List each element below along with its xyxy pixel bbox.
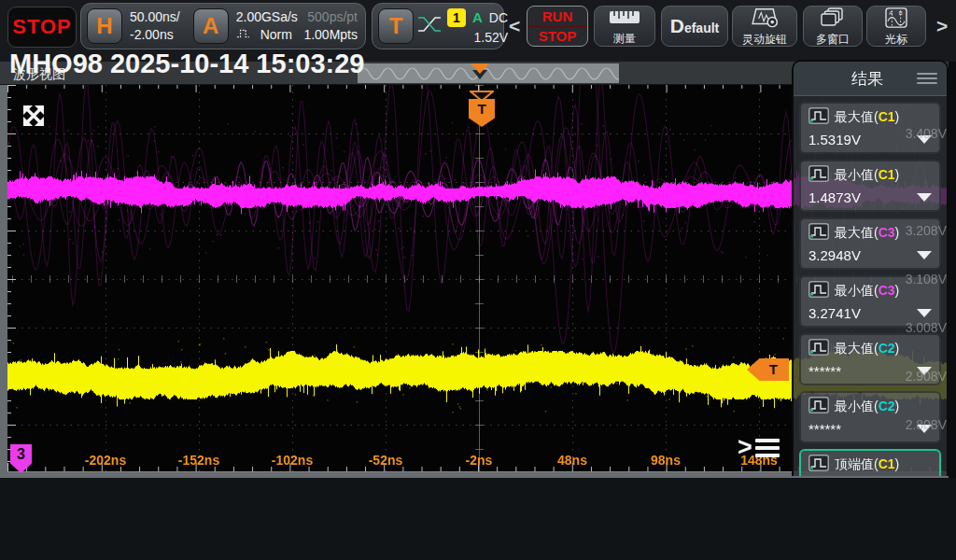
measurement-icon (808, 165, 829, 186)
results-header: 结果 (794, 62, 947, 96)
knob-icon (749, 7, 780, 32)
measurement-value: 3.2741V (808, 305, 861, 321)
pulse-icon (236, 27, 257, 43)
sample-interval: 500ps/pt (307, 9, 358, 25)
results-collapse-icon[interactable]: > (738, 435, 780, 460)
results-panel: 结果 最大值(C1) 1.5319V (792, 60, 949, 476)
trigger-source-letter: A (472, 9, 483, 25)
toolbar-scroll-right-icon[interactable]: > (936, 15, 948, 37)
time-axis-label: -202ns (85, 453, 126, 468)
measure-button[interactable]: 测量 (594, 6, 655, 47)
measurement-value: ****** (808, 363, 841, 379)
overview-wave-pattern (358, 63, 619, 83)
sample-rate: 2.00GSa/s (236, 9, 298, 25)
multi-window-button[interactable]: 多窗口 (803, 6, 863, 47)
run-label: RUN (527, 7, 587, 27)
stop-label: STOP (527, 27, 587, 47)
dropdown-arrow-icon[interactable] (917, 193, 932, 202)
memory-depth: 1.00Mpts (303, 27, 358, 43)
voltage-scale-label: 3.108V (887, 272, 947, 287)
screenshot-title: MHO98 2025-10-14 15:03:29 (9, 49, 364, 79)
timebase-offset: -2.00ns (130, 27, 180, 43)
timebase-overview-bar[interactable] (358, 63, 619, 83)
time-axis-label: -52ns (369, 453, 403, 468)
trigger-slope-icon (417, 14, 442, 38)
ruler-icon (609, 8, 640, 31)
trigger-source-badge[interactable]: 1 (447, 8, 466, 27)
horizontal-acquire-panel[interactable]: H 50.00ns/ -2.00ns A 2.00GSa/s Norm 500p… (80, 3, 366, 49)
time-axis-label: -2ns (466, 453, 493, 468)
timebase-readout: 50.00ns/ -2.00ns (130, 9, 180, 43)
measurement-card[interactable]: 顶端值(C1) (799, 449, 941, 476)
dropdown-arrow-icon[interactable] (917, 251, 932, 259)
trigger-key[interactable]: T (378, 8, 414, 44)
measurement-icon (808, 397, 829, 417)
time-axis-label: 48ns (557, 453, 587, 468)
voltage-scale-label: 3.208V (887, 223, 947, 238)
measurement-value: 1.5319V (808, 132, 861, 147)
acquisition-status-button[interactable]: STOP (7, 7, 77, 48)
quick-knob-button[interactable]: 灵动旋钮 (732, 6, 797, 47)
run-stop-button[interactable]: RUN STOP (527, 6, 588, 47)
cursor-button[interactable]: AB 光标 (866, 6, 926, 47)
time-axis-label: -152ns (178, 453, 219, 468)
multi-window-icon (821, 7, 845, 32)
left-ruler (0, 85, 7, 478)
trigger-level-value: 1.52V (447, 30, 508, 45)
measurement-card[interactable]: 最小值(C1) 1.4873V (799, 160, 941, 212)
measurement-icon (808, 107, 829, 128)
measurement-value: 3.2948V (808, 247, 861, 263)
menu-icon[interactable] (917, 73, 937, 84)
acquire-readout: 2.00GSa/s Norm (236, 9, 298, 43)
memory-readout: 500ps/pt 1.00Mpts (303, 9, 358, 43)
trigger-panel[interactable]: T 1 A DC 1.52V (372, 3, 504, 49)
oscilloscope-screen: STOP H 50.00ns/ -2.00ns A 2.00GSa/s Norm… (0, 0, 956, 560)
time-axis-label: -102ns (272, 453, 313, 468)
measurement-icon (808, 223, 829, 244)
expand-icon[interactable] (21, 103, 47, 129)
cursor-icon: AB (884, 7, 908, 32)
horizontal-key[interactable]: H (87, 8, 122, 44)
voltage-scale-label: 2.908V (887, 369, 947, 384)
toolbar-scroll-left-icon[interactable]: < (509, 15, 520, 37)
trigger-coupling: DC (489, 10, 508, 25)
voltage-scale-label: 3.408V (887, 126, 947, 141)
measurement-value: 1.4873V (808, 189, 861, 205)
measurement-icon (808, 339, 829, 359)
acquire-mode: Norm (260, 27, 292, 43)
acquire-key[interactable]: A (193, 8, 229, 44)
default-button[interactable]: Default (661, 6, 728, 47)
measurement-icon (808, 455, 829, 475)
results-title: 结果 (794, 68, 917, 90)
measurement-icon (808, 281, 829, 301)
time-axis-label: 98ns (651, 453, 681, 468)
bottom-bar: R 1 50.00mV/ -1.61V 10X 2 50.00mV/ (0, 478, 956, 560)
dropdown-arrow-icon[interactable] (917, 309, 932, 317)
timebase-scale: 50.00ns/ (130, 9, 180, 25)
voltage-scale-label: 2.808V (887, 417, 947, 432)
measurement-value: ****** (808, 421, 841, 437)
voltage-scale-label: 3.008V (887, 320, 947, 335)
